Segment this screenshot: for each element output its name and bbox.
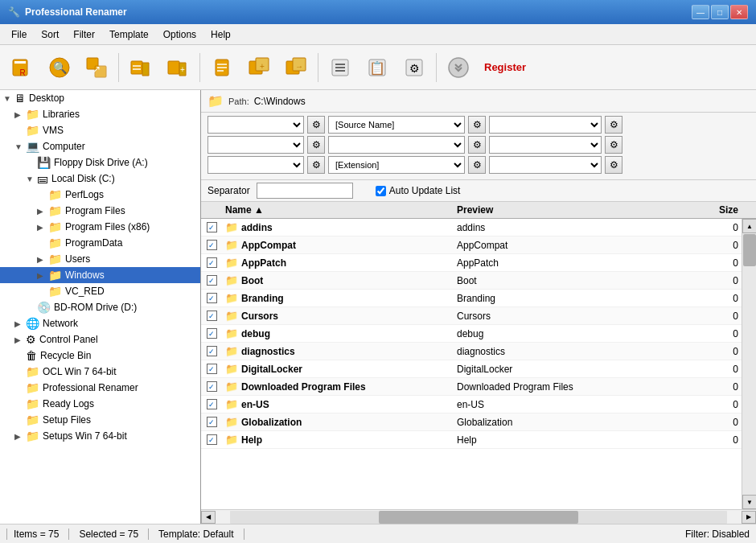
- filter-btn-2b[interactable]: ⚙: [468, 136, 486, 154]
- tree-item-network[interactable]: ▶ 🌐 Network: [0, 315, 200, 331]
- filter-select-3c[interactable]: [489, 156, 602, 174]
- row-checkbox[interactable]: ✓: [207, 328, 217, 339]
- vertical-scrollbar[interactable]: ▲ ▼: [742, 219, 756, 509]
- tree-item-professional-renamer[interactable]: 📁 Professional Renamer: [0, 380, 200, 396]
- table-row[interactable]: ✓ 📁 DigitalLocker DigitalLocker 0: [201, 360, 742, 378]
- filter-select-3a[interactable]: [207, 156, 304, 174]
- scroll-down-button[interactable]: ▼: [742, 495, 756, 509]
- toolbar-btn-7[interactable]: +: [241, 50, 277, 85]
- scroll-up-button[interactable]: ▲: [742, 219, 756, 233]
- tree-item-control-panel[interactable]: ▶ ⚙ Control Panel: [0, 331, 200, 348]
- table-row[interactable]: ✓ 📁 Help Help 0: [201, 431, 742, 449]
- filter-select-1c[interactable]: [489, 116, 602, 134]
- tree-item-setups-win7[interactable]: ▶ 📁 Setups Win 7 64-bit: [0, 428, 200, 444]
- col-name-header[interactable]: Name ▲: [222, 202, 454, 218]
- tree-item-setup-files[interactable]: 📁 Setup Files: [0, 412, 200, 428]
- row-checkbox[interactable]: ✓: [207, 311, 217, 321]
- row-checkbox[interactable]: ✓: [207, 434, 217, 445]
- table-row[interactable]: ✓ 📁 Downloaded Program Files Downloaded …: [201, 378, 742, 396]
- filter-btn-3a[interactable]: ⚙: [307, 156, 325, 174]
- row-checkbox[interactable]: ✓: [207, 240, 217, 250]
- tree-item-users[interactable]: ▶ 📁 Users: [0, 251, 200, 267]
- table-row[interactable]: ✓ 📁 diagnostics diagnostics 0: [201, 343, 742, 360]
- tree-item-libraries[interactable]: ▶ 📁 Libraries: [0, 106, 200, 122]
- scroll-thumb[interactable]: [743, 234, 756, 266]
- tree-item-programdata[interactable]: 📁 ProgramData: [0, 235, 200, 251]
- filter-btn-2c[interactable]: ⚙: [605, 136, 622, 154]
- table-row[interactable]: ✓ 📁 debug debug 0: [201, 325, 742, 343]
- menu-file[interactable]: File: [5, 27, 33, 42]
- file-list[interactable]: Name ▲ Preview Size ✓ 📁 addins addins 0 …: [201, 202, 756, 524]
- table-row[interactable]: ✓ 📁 Boot Boot 0: [201, 272, 742, 290]
- menu-help[interactable]: Help: [204, 27, 237, 42]
- tree-item-program-files[interactable]: ▶ 📁 Program Files: [0, 203, 200, 219]
- tree-panel[interactable]: ▼ 🖥 Desktop ▶ 📁 Libraries 📁 VMS ▼ 💻 Comp…: [0, 90, 201, 524]
- filter-btn-1b[interactable]: ⚙: [468, 116, 486, 134]
- table-row[interactable]: ✓ 📁 AppCompat AppCompat 0: [201, 237, 742, 254]
- table-row[interactable]: ✓ 📁 AppPatch AppPatch 0: [201, 254, 742, 272]
- toolbar-btn-3[interactable]: ↗: [79, 50, 114, 85]
- filter-btn-2a[interactable]: ⚙: [307, 136, 325, 154]
- toolbar-btn-10[interactable]: 📋: [360, 50, 395, 85]
- minimize-button[interactable]: —: [692, 5, 709, 19]
- tree-item-perflogs[interactable]: 📁 PerfLogs: [0, 187, 200, 203]
- maximize-button[interactable]: □: [711, 5, 729, 19]
- filter-select-1b[interactable]: [Source Name]: [328, 116, 465, 134]
- close-button[interactable]: ✕: [730, 5, 748, 19]
- row-checkbox[interactable]: ✓: [207, 399, 217, 409]
- h-scroll-thumb[interactable]: [379, 511, 577, 524]
- row-checkbox[interactable]: ✓: [207, 364, 217, 374]
- menu-template[interactable]: Template: [103, 27, 155, 42]
- tree-item-vms[interactable]: 📁 VMS: [0, 122, 200, 138]
- tree-item-ocl-win[interactable]: 📁 OCL Win 7 64-bit: [0, 364, 200, 380]
- filter-select-2b[interactable]: [328, 136, 465, 154]
- toolbar-btn-11[interactable]: ⚙: [396, 50, 432, 85]
- table-row[interactable]: ✓ 📁 Branding Branding 0: [201, 290, 742, 307]
- filter-btn-3c[interactable]: ⚙: [605, 156, 622, 174]
- tree-item-windows[interactable]: ▶ 📁 Windows: [0, 267, 200, 283]
- tree-item-computer[interactable]: ▼ 💻 Computer: [0, 138, 200, 154]
- filter-btn-3b[interactable]: ⚙: [468, 156, 486, 174]
- toolbar-btn-12[interactable]: [441, 50, 476, 85]
- tree-item-recycle-bin[interactable]: 🗑 Recycle Bin: [0, 348, 200, 364]
- table-row[interactable]: ✓ 📁 en-US en-US 0: [201, 396, 742, 413]
- row-checkbox[interactable]: ✓: [207, 293, 217, 303]
- menu-sort[interactable]: Sort: [35, 27, 65, 42]
- row-checkbox[interactable]: ✓: [207, 275, 217, 286]
- toolbar-btn-1[interactable]: R: [5, 50, 40, 85]
- toolbar-btn-5[interactable]: +: [160, 50, 195, 85]
- register-button[interactable]: Register: [484, 61, 526, 73]
- auto-update-checkbox[interactable]: [376, 186, 386, 196]
- tree-item-local-disk-c[interactable]: ▼ 🖴 Local Disk (C:): [0, 171, 200, 187]
- filter-btn-1c[interactable]: ⚙: [605, 116, 622, 134]
- tree-item-program-files-x86[interactable]: ▶ 📁 Program Files (x86): [0, 219, 200, 235]
- toolbar-btn-8[interactable]: →: [278, 50, 314, 85]
- table-row[interactable]: ✓ 📁 addins addins 0: [201, 219, 742, 237]
- row-checkbox[interactable]: ✓: [207, 222, 217, 232]
- scroll-right-button[interactable]: ▶: [742, 511, 756, 524]
- filter-select-2a[interactable]: [207, 136, 304, 154]
- row-checkbox[interactable]: ✓: [207, 257, 217, 268]
- row-checkbox[interactable]: ✓: [207, 346, 217, 356]
- separator-input[interactable]: [257, 183, 353, 199]
- file-rows-scroll[interactable]: ✓ 📁 addins addins 0 ✓ 📁 AppCompat AppCom…: [201, 219, 742, 509]
- table-row[interactable]: ✓ 📁 Cursors Cursors 0: [201, 307, 742, 325]
- scroll-left-button[interactable]: ◀: [201, 511, 216, 524]
- menu-filter[interactable]: Filter: [67, 27, 101, 42]
- filter-select-3b[interactable]: [Extension]: [328, 156, 465, 174]
- tree-item-desktop[interactable]: ▼ 🖥 Desktop: [0, 90, 200, 106]
- toolbar-btn-9[interactable]: [323, 50, 358, 85]
- menu-options[interactable]: Options: [157, 27, 203, 42]
- filter-select-1a[interactable]: [207, 116, 304, 134]
- tree-item-vcred[interactable]: 📁 VC_RED: [0, 283, 200, 299]
- table-row[interactable]: ✓ 📁 Globalization Globalization 0: [201, 413, 742, 431]
- row-checkbox[interactable]: ✓: [207, 417, 217, 427]
- tree-item-ready-logs[interactable]: 📁 Ready Logs: [0, 396, 200, 412]
- toolbar-btn-6[interactable]: [204, 50, 240, 85]
- horizontal-scrollbar[interactable]: ◀ ▶: [201, 509, 756, 524]
- tree-item-floppy[interactable]: 💾 Floppy Disk Drive (A:): [0, 154, 200, 171]
- tree-item-bdrom[interactable]: 💿 BD-ROM Drive (D:): [0, 299, 200, 315]
- toolbar-btn-4[interactable]: [123, 50, 158, 85]
- row-checkbox[interactable]: ✓: [207, 381, 217, 392]
- filter-select-2c[interactable]: [489, 136, 602, 154]
